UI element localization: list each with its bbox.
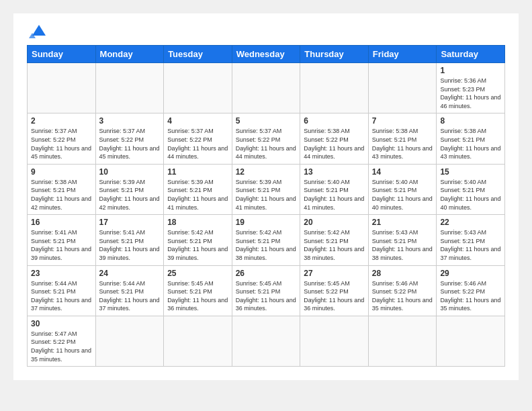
header bbox=[27, 24, 505, 38]
day-number: 9 bbox=[31, 167, 92, 177]
day-info: Sunrise: 5:40 AM Sunset: 5:21 PM Dayligh… bbox=[440, 178, 501, 212]
day-number: 15 bbox=[440, 167, 501, 177]
weekday-header-friday: Friday bbox=[368, 46, 437, 63]
calendar-cell: 11Sunrise: 5:39 AM Sunset: 5:21 PM Dayli… bbox=[164, 164, 232, 214]
day-number: 2 bbox=[31, 116, 92, 126]
calendar-cell bbox=[164, 316, 232, 366]
calendar-week-1: 1Sunrise: 5:36 AM Sunset: 5:23 PM Daylig… bbox=[28, 63, 505, 113]
calendar-cell: 17Sunrise: 5:41 AM Sunset: 5:21 PM Dayli… bbox=[95, 215, 164, 265]
calendar-cell: 9Sunrise: 5:38 AM Sunset: 5:21 PM Daylig… bbox=[28, 164, 96, 214]
day-info: Sunrise: 5:45 AM Sunset: 5:21 PM Dayligh… bbox=[236, 279, 297, 313]
weekday-header-thursday: Thursday bbox=[300, 46, 369, 63]
day-number: 28 bbox=[372, 269, 433, 278]
calendar-week-6: 30Sunrise: 5:47 AM Sunset: 5:22 PM Dayli… bbox=[28, 316, 505, 366]
calendar-cell bbox=[28, 63, 96, 113]
day-number: 19 bbox=[236, 218, 297, 227]
day-info: Sunrise: 5:42 AM Sunset: 5:21 PM Dayligh… bbox=[167, 228, 228, 262]
day-info: Sunrise: 5:39 AM Sunset: 5:21 PM Dayligh… bbox=[167, 178, 228, 212]
calendar-week-5: 23Sunrise: 5:44 AM Sunset: 5:21 PM Dayli… bbox=[28, 265, 505, 316]
day-info: Sunrise: 5:47 AM Sunset: 5:22 PM Dayligh… bbox=[31, 330, 92, 363]
day-number: 10 bbox=[99, 167, 161, 177]
weekday-header-row: SundayMondayTuesdayWednesdayThursdayFrid… bbox=[28, 46, 505, 63]
calendar-cell: 24Sunrise: 5:44 AM Sunset: 5:21 PM Dayli… bbox=[95, 265, 164, 316]
day-number: 27 bbox=[304, 269, 365, 278]
calendar-cell: 1Sunrise: 5:36 AM Sunset: 5:23 PM Daylig… bbox=[437, 63, 505, 113]
day-info: Sunrise: 5:39 AM Sunset: 5:21 PM Dayligh… bbox=[99, 178, 161, 212]
calendar-cell: 28Sunrise: 5:46 AM Sunset: 5:22 PM Dayli… bbox=[368, 265, 437, 316]
calendar-cell: 29Sunrise: 5:46 AM Sunset: 5:22 PM Dayli… bbox=[437, 265, 505, 316]
day-number: 13 bbox=[304, 167, 365, 177]
calendar-cell: 2Sunrise: 5:37 AM Sunset: 5:22 PM Daylig… bbox=[28, 113, 96, 164]
calendar-cell: 27Sunrise: 5:45 AM Sunset: 5:22 PM Dayli… bbox=[300, 265, 369, 316]
calendar-table: SundayMondayTuesdayWednesdayThursdayFrid… bbox=[27, 45, 505, 367]
page: SundayMondayTuesdayWednesdayThursdayFrid… bbox=[13, 13, 519, 380]
svg-marker-0 bbox=[32, 25, 46, 36]
calendar-cell: 15Sunrise: 5:40 AM Sunset: 5:21 PM Dayli… bbox=[437, 164, 505, 214]
calendar-cell: 3Sunrise: 5:37 AM Sunset: 5:22 PM Daylig… bbox=[95, 113, 164, 164]
calendar-cell: 7Sunrise: 5:38 AM Sunset: 5:21 PM Daylig… bbox=[368, 113, 437, 164]
day-number: 26 bbox=[236, 269, 297, 278]
day-number: 30 bbox=[31, 319, 92, 328]
weekday-header-monday: Monday bbox=[95, 46, 164, 63]
day-info: Sunrise: 5:46 AM Sunset: 5:22 PM Dayligh… bbox=[372, 279, 433, 313]
day-number: 20 bbox=[304, 218, 365, 227]
day-info: Sunrise: 5:37 AM Sunset: 5:22 PM Dayligh… bbox=[236, 127, 297, 161]
calendar-cell: 6Sunrise: 5:38 AM Sunset: 5:22 PM Daylig… bbox=[300, 113, 369, 164]
logo bbox=[27, 24, 49, 38]
calendar-cell bbox=[232, 63, 300, 113]
day-info: Sunrise: 5:37 AM Sunset: 5:22 PM Dayligh… bbox=[99, 127, 161, 161]
calendar-cell: 4Sunrise: 5:37 AM Sunset: 5:22 PM Daylig… bbox=[164, 113, 232, 164]
weekday-header-saturday: Saturday bbox=[437, 46, 505, 63]
day-info: Sunrise: 5:38 AM Sunset: 5:21 PM Dayligh… bbox=[31, 178, 92, 212]
day-number: 25 bbox=[167, 269, 228, 278]
calendar-cell bbox=[232, 316, 300, 366]
weekday-header-tuesday: Tuesday bbox=[164, 46, 232, 63]
day-number: 18 bbox=[167, 218, 228, 227]
calendar-cell: 18Sunrise: 5:42 AM Sunset: 5:21 PM Dayli… bbox=[164, 215, 232, 265]
day-number: 1 bbox=[440, 66, 501, 75]
day-info: Sunrise: 5:38 AM Sunset: 5:22 PM Dayligh… bbox=[304, 127, 365, 161]
weekday-header-wednesday: Wednesday bbox=[232, 46, 300, 63]
calendar-cell bbox=[368, 63, 437, 113]
calendar-cell: 10Sunrise: 5:39 AM Sunset: 5:21 PM Dayli… bbox=[95, 164, 164, 214]
day-info: Sunrise: 5:42 AM Sunset: 5:21 PM Dayligh… bbox=[236, 228, 297, 262]
day-info: Sunrise: 5:40 AM Sunset: 5:21 PM Dayligh… bbox=[372, 178, 433, 212]
calendar-cell bbox=[437, 316, 505, 366]
day-number: 4 bbox=[167, 116, 228, 126]
day-info: Sunrise: 5:44 AM Sunset: 5:21 PM Dayligh… bbox=[99, 279, 161, 313]
day-info: Sunrise: 5:37 AM Sunset: 5:22 PM Dayligh… bbox=[167, 127, 228, 161]
day-number: 8 bbox=[440, 116, 501, 126]
calendar-cell: 21Sunrise: 5:43 AM Sunset: 5:21 PM Dayli… bbox=[368, 215, 437, 265]
day-info: Sunrise: 5:37 AM Sunset: 5:22 PM Dayligh… bbox=[31, 127, 92, 161]
day-number: 5 bbox=[236, 116, 297, 126]
calendar-cell: 19Sunrise: 5:42 AM Sunset: 5:21 PM Dayli… bbox=[232, 215, 300, 265]
day-number: 14 bbox=[372, 167, 433, 177]
day-number: 7 bbox=[372, 116, 433, 126]
calendar-week-4: 16Sunrise: 5:41 AM Sunset: 5:21 PM Dayli… bbox=[28, 215, 505, 265]
calendar-cell: 14Sunrise: 5:40 AM Sunset: 5:21 PM Dayli… bbox=[368, 164, 437, 214]
calendar-cell bbox=[300, 63, 369, 113]
weekday-header-sunday: Sunday bbox=[28, 46, 96, 63]
day-number: 16 bbox=[31, 218, 92, 227]
logo-icon bbox=[29, 24, 49, 38]
calendar-cell: 13Sunrise: 5:40 AM Sunset: 5:21 PM Dayli… bbox=[300, 164, 369, 214]
calendar-cell: 16Sunrise: 5:41 AM Sunset: 5:21 PM Dayli… bbox=[28, 215, 96, 265]
day-info: Sunrise: 5:41 AM Sunset: 5:21 PM Dayligh… bbox=[99, 228, 161, 262]
calendar-cell: 5Sunrise: 5:37 AM Sunset: 5:22 PM Daylig… bbox=[232, 113, 300, 164]
calendar-cell: 22Sunrise: 5:43 AM Sunset: 5:21 PM Dayli… bbox=[437, 215, 505, 265]
day-number: 6 bbox=[304, 116, 365, 126]
day-number: 21 bbox=[372, 218, 433, 227]
calendar-cell bbox=[164, 63, 232, 113]
day-info: Sunrise: 5:45 AM Sunset: 5:22 PM Dayligh… bbox=[304, 279, 365, 313]
day-info: Sunrise: 5:41 AM Sunset: 5:21 PM Dayligh… bbox=[31, 228, 92, 262]
calendar-cell bbox=[368, 316, 437, 366]
calendar-cell: 30Sunrise: 5:47 AM Sunset: 5:22 PM Dayli… bbox=[28, 316, 96, 366]
day-info: Sunrise: 5:36 AM Sunset: 5:23 PM Dayligh… bbox=[440, 77, 501, 110]
calendar-cell: 20Sunrise: 5:42 AM Sunset: 5:21 PM Dayli… bbox=[300, 215, 369, 265]
day-info: Sunrise: 5:44 AM Sunset: 5:21 PM Dayligh… bbox=[31, 279, 92, 313]
day-info: Sunrise: 5:43 AM Sunset: 5:21 PM Dayligh… bbox=[440, 228, 501, 262]
day-number: 3 bbox=[99, 116, 161, 126]
day-number: 11 bbox=[167, 167, 228, 177]
calendar-cell bbox=[300, 316, 369, 366]
calendar-cell: 23Sunrise: 5:44 AM Sunset: 5:21 PM Dayli… bbox=[28, 265, 96, 316]
